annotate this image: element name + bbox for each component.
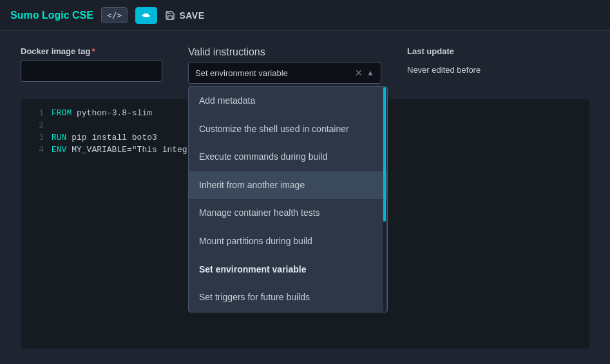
required-star: * [91, 46, 95, 56]
scrollbar [383, 87, 386, 312]
dropdown-item-mount-partitions[interactable]: Mount partitions during build [189, 227, 387, 256]
valid-instructions-dropdown[interactable]: Set environment variable ✕ ▲ [188, 62, 381, 84]
line-number-1: 1 [28, 108, 44, 118]
save-button[interactable]: SAVE [165, 10, 204, 21]
docker-icon [141, 10, 151, 21]
last-update-value: Never edited before [407, 60, 481, 75]
code-icon: </> [107, 10, 122, 20]
line-number-2: 2 [28, 120, 44, 130]
valid-instructions-label: Valid instructions [188, 46, 381, 58]
dropdown-item-inherit-image[interactable]: Inherit from another image [189, 171, 387, 200]
dropdown-item-set-env-var[interactable]: Set environment variable [189, 256, 387, 284]
dropdown-menu: Add metadata Customize the shell used in… [188, 86, 388, 312]
main-content: Docker image tag* Valid instructions Set… [0, 31, 610, 364]
docker-image-tag-group: Docker image tag* [21, 46, 162, 82]
valid-instructions-group: Valid instructions Set environment varia… [188, 46, 381, 84]
chevron-up-icon: ▲ [367, 68, 374, 77]
topbar: Sumo Logic CSE </> SAVE [0, 0, 610, 31]
keyword-from: FROM [52, 108, 71, 118]
line-number-3: 3 [28, 133, 44, 142]
dropdown-icons: ✕ ▲ [355, 68, 374, 78]
docker-image-tag-input[interactable] [21, 60, 162, 82]
code-content-1: FROM python-3.8-slim [52, 108, 152, 118]
keyword-run: RUN [52, 133, 66, 142]
docker-button[interactable] [135, 7, 157, 24]
save-icon [165, 10, 175, 21]
app-title: Sumo Logic CSE [10, 10, 93, 21]
last-update-group: Last update Never edited before [407, 46, 481, 75]
dropdown-selected-value: Set environment variable [195, 68, 288, 78]
last-update-label: Last update [407, 46, 481, 56]
code-content-3: RUN pip install boto3 [52, 133, 157, 142]
keyword-env: ENV [52, 145, 66, 155]
docker-image-tag-label: Docker image tag* [21, 46, 162, 56]
line-number-4: 4 [28, 145, 44, 155]
dropdown-item-manage-health[interactable]: Manage container health tests [189, 199, 387, 227]
clear-icon[interactable]: ✕ [355, 68, 363, 78]
form-row: Docker image tag* Valid instructions Set… [21, 46, 589, 84]
dropdown-item-add-metadata[interactable]: Add metadata [189, 87, 387, 115]
dropdown-item-execute-commands[interactable]: Execute commands during build [189, 143, 387, 171]
code-button[interactable]: </> [101, 7, 128, 23]
dropdown-item-customize-shell[interactable]: Customize the shell used in container [189, 115, 387, 144]
dropdown-item-set-triggers[interactable]: Set triggers for future builds [189, 283, 387, 312]
scrollbar-thumb [383, 87, 386, 222]
